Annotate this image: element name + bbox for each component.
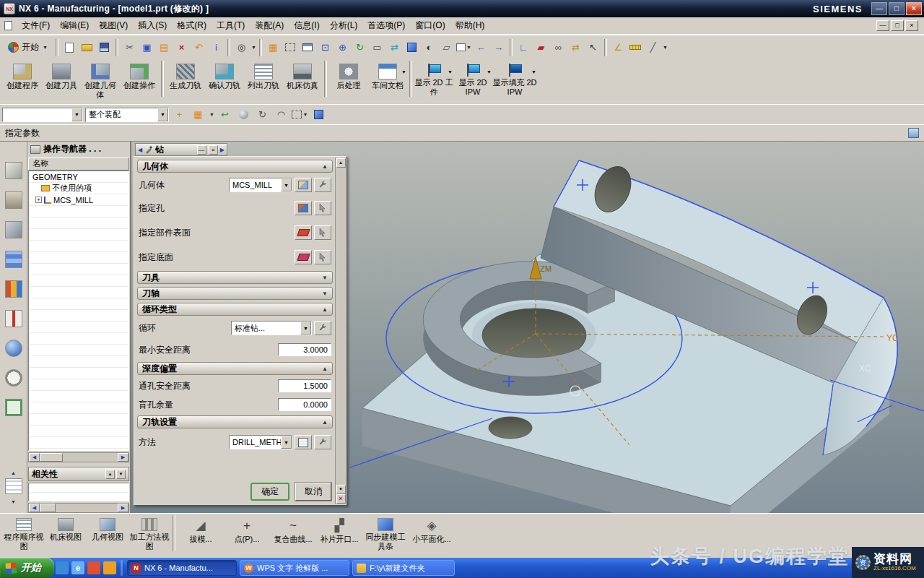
- facet-body-button[interactable]: ◈ 小平面化...: [409, 515, 455, 556]
- mdi-close-button[interactable]: ×: [905, 20, 918, 31]
- chevron-down-icon[interactable]: ▼: [300, 322, 311, 335]
- zoom-in-out-icon[interactable]: ⊕: [334, 39, 351, 56]
- chevron-down-icon[interactable]: ▼: [448, 69, 453, 74]
- reuse-library-icon[interactable]: [5, 251, 22, 268]
- program-order-view-button[interactable]: 程序顺序视图: [3, 515, 45, 556]
- datum-plane-icon[interactable]: ▰: [533, 39, 549, 56]
- draft-button[interactable]: ◢ 拔模...: [178, 515, 224, 556]
- tree-row-unused-items[interactable]: 不使用的项: [29, 183, 128, 194]
- selection-filter-icon[interactable]: ∞: [550, 39, 567, 56]
- background-swatch-icon[interactable]: ▼: [456, 39, 472, 56]
- messenger-quicklaunch-icon[interactable]: [87, 561, 100, 574]
- edit-cycle-button[interactable]: [314, 321, 331, 335]
- patch-opening-button[interactable]: ▞ 补片开口...: [316, 515, 362, 556]
- dialog-title-bar[interactable]: ◀ 钻 — × ▶: [135, 143, 227, 156]
- through-clearance-field[interactable]: 1.5000: [278, 379, 331, 392]
- scroll-right-icon[interactable]: ▶: [118, 504, 128, 512]
- copy-icon[interactable]: ▣: [139, 39, 155, 56]
- cycle-combo[interactable]: 标准钻... ▼: [231, 321, 312, 335]
- close-button[interactable]: ×: [906, 2, 922, 15]
- delete-icon[interactable]: ×: [173, 39, 190, 56]
- constraint-navigator-icon[interactable]: [5, 191, 22, 209]
- color-filter-icon[interactable]: ▦: [190, 106, 206, 123]
- gear-dropdown-icon[interactable]: ▼: [251, 45, 256, 50]
- menu-analysis[interactable]: 分析(L): [325, 17, 363, 35]
- type-filter-combo[interactable]: ▼: [2, 108, 83, 122]
- chevron-down-icon[interactable]: ▼: [209, 112, 214, 117]
- composite-curve-button[interactable]: ~ 复合曲线...: [270, 515, 316, 556]
- shop-documentation-button[interactable]: 车间文档 ▼: [368, 61, 407, 103]
- edit-method-button[interactable]: [314, 435, 331, 449]
- new-geometry-button[interactable]: [295, 178, 312, 192]
- scroll-thumb[interactable]: [40, 453, 63, 462]
- create-program-button[interactable]: 创建程序: [3, 61, 42, 103]
- measure-angle-icon[interactable]: ∠: [610, 39, 627, 56]
- dialog-close-icon[interactable]: ×: [209, 145, 218, 155]
- taskbar-item-wps[interactable]: W WPS 文字 抢鲜版 ...: [240, 560, 349, 576]
- select-part-surface-button[interactable]: [314, 225, 331, 240]
- show-desktop-icon[interactable]: [56, 561, 69, 574]
- sketch-dropdown-icon[interactable]: ▼: [663, 45, 668, 50]
- machine-simulation-button[interactable]: 机床仿真: [283, 61, 322, 103]
- taskbar-item-nx[interactable]: N NX 6 - Manufactu...: [127, 560, 237, 576]
- scroll-right-icon[interactable]: ▶: [118, 453, 128, 462]
- sketch-icon[interactable]: ╱: [645, 39, 661, 56]
- menu-preferences[interactable]: 首选项(P): [362, 17, 410, 35]
- section-depth-offsets-header[interactable]: 深度偏置▲: [137, 362, 333, 375]
- command-finder-icon[interactable]: i: [208, 39, 225, 56]
- history-icon[interactable]: [5, 369, 22, 387]
- scroll-left-icon[interactable]: ◀: [29, 504, 40, 512]
- prompt-panel-icon[interactable]: [908, 128, 919, 138]
- scroll-thumb[interactable]: [40, 504, 56, 512]
- section-path-settings-header[interactable]: 刀轨设置▲: [137, 415, 333, 428]
- section-geometry-header[interactable]: 几何体▲: [137, 160, 333, 173]
- blind-stock-field[interactable]: 0.0000: [278, 398, 331, 411]
- dialog-minimize-icon[interactable]: —: [197, 145, 206, 155]
- create-tool-button[interactable]: 创建刀具: [42, 61, 81, 103]
- media-quicklaunch-icon[interactable]: [103, 561, 116, 574]
- postprocess-button[interactable]: 后处理: [329, 61, 368, 103]
- section-tool-axis-header[interactable]: 刀轴▼: [137, 287, 333, 300]
- geometry-combo[interactable]: MCS_MILL ▼: [229, 178, 292, 192]
- internet-explorer-icon[interactable]: [5, 340, 22, 357]
- name-column-header[interactable]: 名称: [28, 158, 129, 171]
- back-view-icon[interactable]: ←: [473, 39, 489, 56]
- rendering-style-icon[interactable]: ◐: [421, 39, 437, 56]
- customize-gear-icon[interactable]: ◎: [233, 39, 250, 56]
- internet-explorer-quicklaunch-icon[interactable]: e: [71, 561, 84, 574]
- tree-row-mcs-mill[interactable]: + MCS_MILL: [29, 194, 128, 206]
- chevron-down-icon[interactable]: ▼: [281, 436, 292, 449]
- specify-holes-button[interactable]: [295, 201, 312, 215]
- undo-icon[interactable]: ↶: [191, 39, 207, 56]
- previous-selection-icon[interactable]: ↩: [217, 106, 233, 123]
- dependencies-up-icon[interactable]: ▲: [105, 470, 115, 479]
- visual-reports-icon[interactable]: [5, 310, 22, 327]
- new-file-icon[interactable]: [61, 39, 78, 56]
- cut-icon[interactable]: ✂: [121, 39, 138, 56]
- menu-tools[interactable]: 工具(T): [212, 17, 250, 35]
- list-toolpath-button[interactable]: 列出刀轨: [244, 61, 283, 103]
- cancel-button[interactable]: 取消: [295, 483, 331, 501]
- specify-bottom-surface-button[interactable]: [295, 250, 312, 264]
- show-filled-2d-ipw-button[interactable]: 显示填充 2D IPW ▼: [492, 61, 537, 103]
- menu-assemblies[interactable]: 装配(A): [250, 17, 289, 35]
- verify-toolpath-button[interactable]: 确认刀轨: [205, 61, 244, 103]
- menu-insert[interactable]: 插入(S): [133, 17, 172, 35]
- maximize-button[interactable]: □: [889, 2, 905, 15]
- method-combo[interactable]: DRILL_METHOD ▼: [229, 435, 292, 449]
- shaded-result-icon[interactable]: [310, 106, 327, 123]
- windows-start-button[interactable]: 开始: [0, 558, 54, 578]
- specify-part-surface-button[interactable]: [295, 225, 312, 240]
- shaded-view-icon[interactable]: [404, 39, 420, 56]
- scroll-up-icon[interactable]: ▲: [336, 158, 346, 168]
- start-menu-button[interactable]: 开始 ▼: [3, 40, 53, 55]
- previous-dialog-icon[interactable]: ◀: [138, 147, 142, 153]
- chevron-down-icon[interactable]: ▼: [487, 69, 492, 74]
- navigator-hscrollbar[interactable]: ◀ ▶: [28, 452, 129, 462]
- selection-scope-combo[interactable]: 整个装配 ▼: [85, 108, 169, 122]
- taskbar-item-folder[interactable]: F:\y\新建文件夹: [352, 560, 455, 576]
- dependencies-down-icon[interactable]: ▼: [116, 470, 126, 479]
- dependencies-hscrollbar[interactable]: ◀ ▶: [28, 503, 129, 513]
- menu-view[interactable]: 视图(V): [94, 17, 133, 35]
- min-clearance-field[interactable]: 3.0000: [278, 343, 331, 356]
